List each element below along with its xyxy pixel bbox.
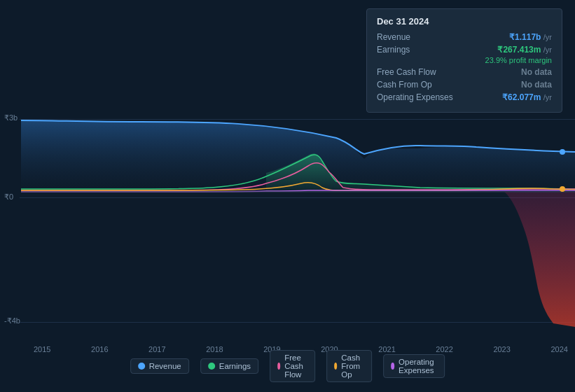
tooltip-margin-row: 23.9% profit margin bbox=[377, 56, 552, 64]
legend-cfo[interactable]: Cash From Op bbox=[326, 350, 372, 382]
legend-revenue-label: Revenue bbox=[149, 362, 181, 370]
legend-opex-dot bbox=[391, 363, 394, 370]
tooltip-opex-label: Operating Expenses bbox=[377, 92, 453, 102]
chart-legend: Revenue Earnings Free Cash Flow Cash Fro… bbox=[130, 350, 445, 382]
tooltip-earnings-amount: ₹267.413m bbox=[497, 45, 541, 55]
chart-svg bbox=[0, 113, 575, 327]
tooltip-revenue-row: Revenue ₹1.117b /yr bbox=[377, 32, 552, 42]
data-tooltip: Dec 31 2024 Revenue ₹1.117b /yr Earnings… bbox=[366, 8, 562, 113]
tooltip-revenue-unit: /yr bbox=[543, 33, 552, 41]
tooltip-revenue-value: ₹1.117b /yr bbox=[509, 32, 552, 42]
revenue-dot bbox=[560, 149, 565, 155]
legend-fcf-label: Free Cash Flow bbox=[284, 354, 307, 379]
tooltip-earnings-unit: /yr bbox=[543, 46, 552, 54]
tooltip-margin-text: 23.9% profit margin bbox=[485, 56, 552, 64]
tooltip-revenue-label: Revenue bbox=[377, 32, 410, 42]
legend-cfo-label: Cash From Op bbox=[341, 354, 364, 379]
tooltip-opex-value: ₹62.077m /yr bbox=[502, 92, 552, 102]
tooltip-opex-row: Operating Expenses ₹62.077m /yr bbox=[377, 92, 552, 102]
chart-container: ₹3b ₹0 -₹4b bbox=[0, 0, 575, 392]
tooltip-revenue-amount: ₹1.117b bbox=[509, 32, 541, 42]
legend-earnings-label: Earnings bbox=[219, 362, 251, 370]
legend-fcf[interactable]: Free Cash Flow bbox=[270, 350, 315, 382]
tooltip-earnings-label: Earnings bbox=[377, 45, 410, 55]
tooltip-earnings-value: ₹267.413m /yr bbox=[497, 45, 552, 55]
legend-opex[interactable]: Operating Expenses bbox=[383, 354, 445, 378]
x-label-2016: 2016 bbox=[91, 345, 108, 354]
tooltip-fcf-label: Free Cash Flow bbox=[377, 67, 436, 77]
cfo-dot bbox=[560, 186, 565, 192]
x-label-2024: 2024 bbox=[550, 345, 567, 354]
x-label-2015: 2015 bbox=[34, 345, 50, 354]
x-label-2023: 2023 bbox=[493, 345, 510, 354]
tooltip-cfo-value: No data bbox=[521, 80, 552, 90]
legend-earnings-dot bbox=[208, 363, 215, 370]
legend-cfo-dot bbox=[334, 363, 337, 370]
tooltip-earnings-row: Earnings ₹267.413m /yr bbox=[377, 45, 552, 55]
tooltip-fcf-row: Free Cash Flow No data bbox=[377, 67, 552, 77]
negative-area bbox=[504, 192, 575, 327]
tooltip-cfo-label: Cash From Op bbox=[377, 80, 432, 90]
tooltip-opex-amount: ₹62.077m bbox=[502, 92, 541, 102]
tooltip-cfo-row: Cash From Op No data bbox=[377, 80, 552, 90]
legend-opex-label: Operating Expenses bbox=[399, 358, 437, 374]
legend-fcf-dot bbox=[277, 363, 280, 370]
tooltip-date: Dec 31 2024 bbox=[377, 16, 552, 27]
legend-revenue[interactable]: Revenue bbox=[130, 358, 189, 374]
legend-earnings[interactable]: Earnings bbox=[200, 358, 258, 374]
tooltip-opex-unit: /yr bbox=[543, 93, 552, 102]
tooltip-fcf-value: No data bbox=[521, 67, 552, 77]
legend-revenue-dot bbox=[138, 363, 145, 370]
